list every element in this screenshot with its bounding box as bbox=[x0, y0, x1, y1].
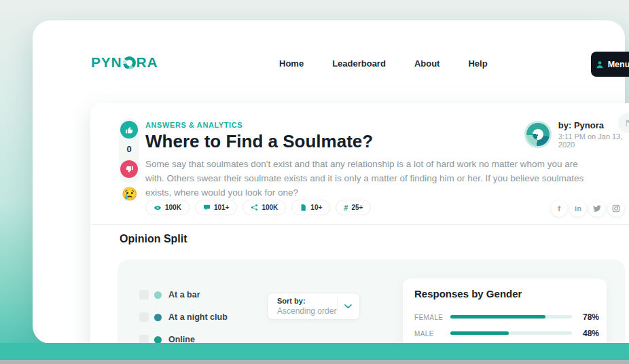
shares-count: 100K bbox=[262, 204, 278, 211]
menu-button-label: Menue bbox=[608, 60, 629, 69]
bar-track bbox=[450, 331, 572, 335]
logo-donut-icon bbox=[123, 56, 136, 69]
instagram-button[interactable] bbox=[608, 200, 624, 217]
vote-count: 0 bbox=[119, 144, 139, 154]
facebook-icon: f bbox=[558, 204, 560, 213]
question-title: Where to Find a Soulmate? bbox=[145, 131, 373, 152]
eye-icon bbox=[154, 204, 162, 212]
bar-row-male: MALE 48% bbox=[414, 331, 599, 338]
share-icon bbox=[251, 204, 258, 211]
vote-widget: 0 bbox=[119, 118, 139, 183]
user-icon bbox=[596, 60, 604, 69]
tags-count: 25+ bbox=[351, 204, 363, 211]
tags-badge: # 25+ bbox=[336, 200, 371, 215]
main-nav: Home Leaderboard About Help bbox=[279, 58, 488, 69]
linkedin-button[interactable]: in bbox=[570, 200, 586, 217]
sort-selected-value: Ascending order bbox=[277, 306, 336, 316]
legend-dot bbox=[154, 291, 162, 299]
instagram-icon bbox=[612, 204, 620, 213]
divider bbox=[337, 298, 338, 316]
checkbox[interactable] bbox=[139, 290, 149, 299]
document-icon bbox=[300, 204, 307, 211]
legend-dot bbox=[154, 336, 162, 344]
comments-count: 101+ bbox=[214, 204, 230, 211]
flag-icon bbox=[624, 119, 629, 127]
nav-item-about[interactable]: About bbox=[414, 58, 440, 69]
legend-item-at-a-night-club[interactable]: At a night club bbox=[139, 312, 228, 322]
linkedin-icon: in bbox=[575, 204, 581, 213]
stats-row: 100K 101+ 100K bbox=[145, 200, 371, 215]
pages-count: 10+ bbox=[310, 204, 322, 211]
nav-item-help[interactable]: Help bbox=[468, 58, 487, 69]
bar-row-female: FEMALE 78% bbox=[414, 314, 599, 321]
bar-label: MALE bbox=[414, 330, 434, 338]
logo-text-post: RA bbox=[137, 54, 158, 71]
comments-badge: 101+ bbox=[195, 200, 238, 215]
downvote-button[interactable] bbox=[120, 160, 138, 178]
shares-badge: 100K bbox=[242, 200, 286, 215]
hash-icon: # bbox=[344, 204, 348, 212]
legend-item-at-a-bar[interactable]: At a bar bbox=[139, 290, 228, 299]
legend-label: At a night club bbox=[168, 312, 228, 322]
opinion-split-heading: Opinion Split bbox=[120, 233, 187, 245]
facebook-button[interactable]: f bbox=[551, 200, 567, 217]
views-count: 100K bbox=[165, 204, 181, 211]
app-window: PYN RA Home Leaderboard About Help Menue bbox=[33, 20, 625, 344]
legend-label: At a bar bbox=[168, 290, 200, 299]
sort-dropdown[interactable]: Sort by: Ascending order bbox=[267, 293, 360, 320]
logo-text-pre: PYN bbox=[91, 54, 122, 71]
twitter-icon bbox=[593, 204, 601, 213]
bottom-edge-strip bbox=[0, 360, 629, 364]
question-card: 0 😢 ANSWERS & ANALYTICS Where to Find a … bbox=[90, 103, 629, 364]
bar-label: FEMALE bbox=[414, 314, 443, 321]
legend-dot bbox=[154, 314, 162, 321]
pages-badge: 10+ bbox=[291, 200, 330, 215]
crying-emoji-reaction[interactable]: 😢 bbox=[122, 186, 138, 202]
post-timestamp: 3:11 PM on Jan 13, 2020 bbox=[558, 132, 629, 149]
bar-fill bbox=[450, 331, 509, 335]
page-background: PYN RA Home Leaderboard About Help Menue bbox=[0, 0, 629, 364]
bar-value: 78% bbox=[583, 312, 599, 322]
question-description: Some say that soulmates don't exist and … bbox=[145, 157, 588, 200]
thumbs-down-icon bbox=[125, 165, 134, 174]
bottom-teal-band bbox=[0, 343, 629, 360]
nav-item-home[interactable]: Home bbox=[279, 58, 304, 69]
responses-heading: Responses by Gender bbox=[414, 288, 522, 299]
pynora-logo[interactable]: PYN RA bbox=[91, 54, 158, 71]
twitter-button[interactable] bbox=[589, 200, 605, 217]
category-label: ANSWERS & ANALYTICS bbox=[145, 121, 242, 129]
author-avatar bbox=[524, 121, 552, 148]
upvote-button[interactable] bbox=[120, 121, 138, 139]
bar-track bbox=[450, 315, 572, 318]
bar-value: 48% bbox=[583, 329, 599, 338]
bar-fill bbox=[450, 315, 545, 318]
chevron-down-icon bbox=[344, 304, 352, 309]
views-badge: 100K bbox=[145, 200, 190, 215]
section-divider bbox=[90, 224, 629, 225]
nav-item-leaderboard[interactable]: Leaderboard bbox=[332, 58, 386, 69]
social-share-row: f in bbox=[551, 200, 624, 217]
sort-label: Sort by: bbox=[277, 297, 336, 305]
thumbs-up-icon bbox=[125, 126, 134, 134]
author-block: by: Pynora 3:11 PM on Jan 13, 2020 bbox=[524, 120, 629, 149]
checkbox[interactable] bbox=[139, 312, 149, 322]
menu-button[interactable]: Menue bbox=[591, 52, 629, 77]
comment-icon bbox=[203, 204, 211, 211]
